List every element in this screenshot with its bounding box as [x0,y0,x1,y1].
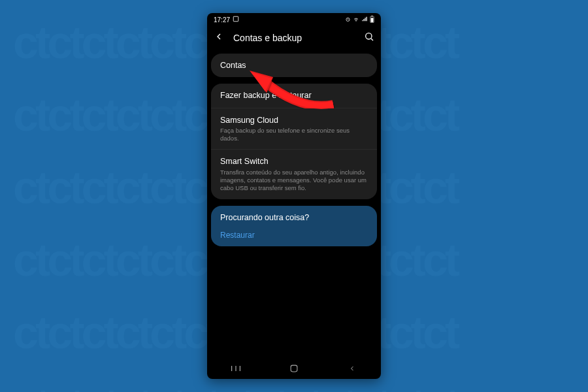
item-backup-restore[interactable]: Fazer backup e restaurar [211,84,377,107]
svg-rect-4 [371,18,374,22]
svg-line-6 [371,39,373,41]
item-title: Contas [220,60,368,71]
screenshot-icon [233,16,239,24]
svg-rect-0 [233,16,238,22]
item-subtitle: Transfira conteúdo do seu aparelho antig… [220,169,368,193]
restore-link[interactable]: Restaurar [220,231,368,240]
page-title: Contas e backup [233,33,364,43]
looking-for-item: Procurando outra coisa? Restaurar [211,206,377,246]
svg-rect-3 [371,16,372,16]
search-button[interactable] [364,31,374,44]
home-button[interactable] [281,364,307,373]
item-subtitle: Faça backup do seu telefone e sincronize… [220,127,368,143]
item-title: Smart Switch [220,156,368,167]
back-button[interactable] [214,31,224,44]
app-bar: Contas e backup [207,26,381,50]
content-area: Contas Fazer backup e restaurar Samsung … [207,50,381,358]
settings-group-2: Fazer backup e restaurar Samsung Cloud F… [211,84,377,199]
svg-rect-10 [291,365,297,372]
looking-for-card: Procurando outra coisa? Restaurar [211,206,377,246]
item-smart-switch[interactable]: Smart Switch Transfira conteúdo do seu a… [211,149,377,199]
navigation-bar [207,358,381,379]
phone-frame: 17:27 Contas e backup [207,13,381,379]
battery-icon [370,16,374,24]
status-time: 17:27 [214,16,230,24]
alarm-icon [345,16,351,24]
settings-group-1: Contas [211,54,377,77]
item-title: Samsung Cloud [220,115,368,125]
wifi-icon [353,16,359,24]
status-bar: 17:27 [207,13,381,26]
looking-prompt: Procurando outra coisa? [220,212,368,223]
item-title: Fazer backup e restaurar [220,90,368,101]
item-samsung-cloud[interactable]: Samsung Cloud Faça backup do seu telefon… [211,108,377,150]
item-contas[interactable]: Contas [211,54,377,77]
svg-point-5 [366,33,372,39]
signal-icon [361,16,368,24]
nav-back-button[interactable] [339,364,365,373]
recents-button[interactable] [223,364,249,373]
